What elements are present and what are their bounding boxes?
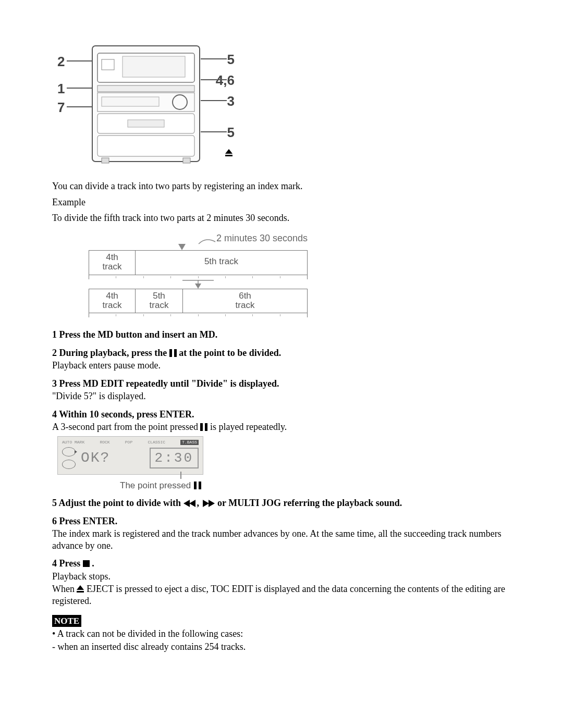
step-3-body: "Divide 5?" is displayed. [52, 390, 511, 402]
before-cell-1: 4th track [89, 251, 136, 275]
step-4-num: 4 [52, 409, 57, 419]
display-ok-text: OK? [81, 449, 110, 467]
step-2-head-a: During playback, press the [59, 348, 169, 358]
svg-marker-14 [195, 283, 201, 289]
step-7-body1: Playback stops. [52, 571, 511, 583]
note-label: NOTE [52, 615, 81, 627]
eject-icon [77, 585, 84, 593]
callout-7: 7 [57, 99, 65, 116]
step-5-comma: , [197, 498, 202, 508]
step-7-period: . [90, 558, 94, 569]
callout-2: 2 [57, 53, 65, 70]
svg-rect-12 [183, 158, 190, 163]
step-7: 4 Press . Playback stops. When EJECT is … [52, 558, 511, 607]
svg-rect-3 [123, 56, 185, 77]
step-7-num: 4 [52, 558, 57, 569]
callout-5b: 5 [227, 124, 235, 141]
step-3: 3 Press MD EDIT repeatedly until "Divide… [52, 378, 511, 402]
display-time: 2:30 [150, 448, 199, 469]
step-7-head-a: Press [59, 558, 83, 569]
step-1-head: Press the MD button and insert an MD. [59, 329, 218, 340]
svg-rect-11 [102, 158, 109, 163]
after-cell-1: 4th track [89, 289, 136, 313]
svg-rect-10 [97, 135, 194, 156]
step-6-num: 6 [52, 516, 57, 526]
callout-4-6: 4,6 [216, 72, 235, 89]
stereo-diagram-container: 2 1 7 5 4,6 3 5 [57, 36, 511, 172]
step-4-body-a: A 3-second part from the point pressed [52, 422, 200, 432]
svg-rect-9 [128, 120, 164, 127]
step-6-body: The index mark is registered and the tra… [52, 528, 511, 551]
callout-5a: 5 [227, 51, 235, 68]
before-cell-2: 5th track [136, 251, 307, 275]
step-4-head: Within 10 seconds, press ENTER. [59, 409, 194, 419]
track-diagram-caption: 2 minutes 30 seconds [216, 232, 308, 244]
step-7-body2-b: EJECT is pressed to eject a disc, TOC ED… [52, 584, 505, 606]
step-5-head-b: or MULTI JOG referring the playback soun… [217, 498, 402, 508]
callout-3: 3 [227, 93, 235, 110]
pause-icon [169, 349, 177, 357]
step-4-body-b: is played repeatedly. [210, 422, 287, 432]
step-2-body: Playback enters pause mode. [52, 360, 511, 372]
track-row-before: 4th track 5th track [89, 250, 308, 275]
track-row-after: 4th track 5th track 6th track [89, 289, 308, 314]
display-caption: The point pressed [120, 480, 511, 491]
intro-line-3: To divide the fifth track into two parts… [52, 212, 511, 224]
step-5: 5 Adjust the point to divide with , or M… [52, 497, 511, 509]
after-cell-3: 6th track [183, 289, 307, 313]
md-display-figure: AUTO MARKROCKPOPCLASSICT.BASS OK? 2:30 [57, 436, 203, 475]
note-line-1: • A track can not be divided in the foll… [52, 628, 511, 640]
step-4: 4 Within 10 seconds, press ENTER. A 3-se… [52, 409, 511, 433]
step-6-head: Press ENTER. [59, 516, 118, 526]
step-1-num: 1 [52, 329, 57, 340]
intro-line-1: You can divide a track into two parts by… [52, 180, 511, 192]
pause-icon [194, 482, 201, 489]
step-2: 2 During playback, press the at the poin… [52, 347, 511, 372]
step-7-body2-a: When [52, 584, 77, 594]
step-2-num: 2 [52, 348, 57, 358]
eject-icon [225, 149, 232, 156]
step-6: 6 Press ENTER. The index mark is registe… [52, 515, 511, 552]
svg-marker-13 [178, 244, 186, 250]
stereo-diagram: 2 1 7 5 4,6 3 5 [57, 36, 235, 172]
callout-1: 1 [57, 80, 65, 97]
after-cell-2: 5th track [136, 289, 183, 313]
intro-line-2: Example [52, 196, 511, 208]
step-1: 1 Press the MD button and insert an MD. [52, 329, 511, 341]
stop-icon [83, 560, 90, 567]
svg-rect-7 [102, 97, 159, 106]
track-division-diagram: 2 minutes 30 seconds 4th track 5th track… [89, 232, 308, 318]
pause-icon [200, 423, 207, 431]
rewind-icon [183, 500, 197, 507]
svg-rect-4 [97, 85, 194, 92]
note-line-2: - when an inserted disc already contains… [52, 641, 511, 653]
step-3-num: 3 [52, 378, 57, 389]
step-5-head-a: Adjust the point to divide with [59, 498, 183, 508]
step-3-head: Press MD EDIT repeatedly until "Divide" … [59, 378, 279, 389]
stereo-illustration [91, 41, 201, 166]
fast-forward-icon [202, 500, 215, 507]
step-5-num: 5 [52, 498, 57, 508]
step-2-head-b: at the point to be divided. [179, 348, 281, 358]
